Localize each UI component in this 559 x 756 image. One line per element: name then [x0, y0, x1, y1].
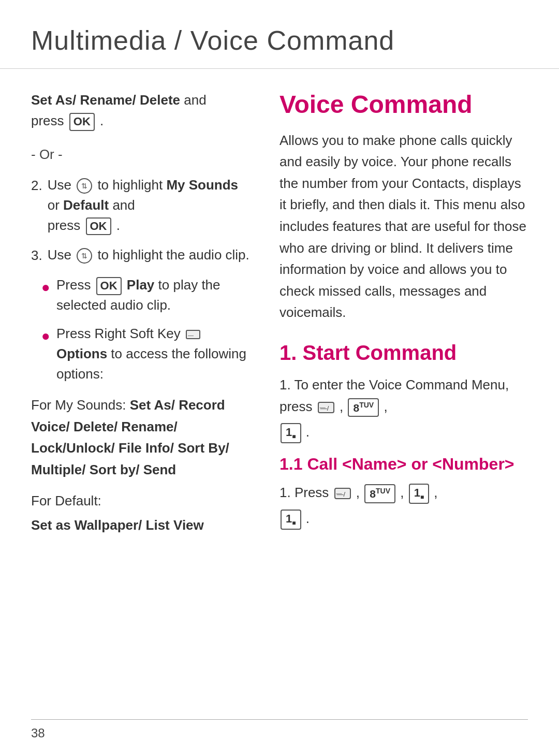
- my-sounds-label: My Sounds: [166, 177, 238, 193]
- options-label: Options: [56, 346, 107, 361]
- page-title: Multimedia / Voice Command: [31, 25, 528, 56]
- soft-key-icon: [186, 330, 200, 339]
- key-8tuv: 8TUV: [348, 398, 379, 417]
- page-number: 38: [31, 726, 45, 740]
- bullet-text-1: Press OK Play to play the selected audio…: [56, 275, 254, 315]
- step-2: 2. Use to highlight My Sounds or Default…: [31, 175, 254, 236]
- step2-num: 2.: [31, 175, 42, 236]
- bullet-text-2: Press Right Soft Key Options to access t…: [56, 324, 254, 384]
- nav-icon-1: [77, 178, 92, 194]
- subsection1-press: 1. Press: [280, 485, 329, 500]
- for-default-label: For Default:: [31, 493, 101, 508]
- step-3: 3. Use to highlight the audio clip.: [31, 245, 254, 266]
- for-default-section: For Default: Set as Wallpaper/ List View: [31, 490, 254, 536]
- start-command-content: 1. To enter the Voice Command Menu, pres…: [280, 374, 528, 443]
- page-header: Multimedia / Voice Command: [0, 0, 559, 69]
- nav-icon-2: [77, 248, 92, 264]
- set-as-block: Set As/ Rename/ Delete and press OK .: [31, 90, 254, 132]
- start-command-title: 1. Start Command: [280, 339, 528, 366]
- call-name-number-content: 1. Press —/ , 8TUV , 1■ , 1■ .: [280, 482, 528, 529]
- press-ok-label: press: [31, 113, 64, 128]
- for-my-sounds-section: For My Sounds: Set As/ Record Voice/ Del…: [31, 395, 254, 481]
- step2-text: Use to highlight My Sounds or Default an…: [48, 175, 254, 236]
- key-1-first: 1■: [281, 423, 301, 443]
- bullet-dot-2: ●: [41, 325, 50, 347]
- or-text: - Or -: [31, 147, 63, 162]
- content-wrapper: Set As/ Rename/ Delete and press OK . - …: [0, 69, 559, 561]
- voice-intro: Allows you to make phone calls quickly a…: [280, 130, 528, 324]
- set-as-suffix: and: [184, 92, 206, 108]
- default-label: Default: [63, 197, 109, 213]
- page-footer: 38: [31, 719, 528, 740]
- or-divider: - Or -: [31, 144, 254, 165]
- bullet-item-1: ● Press OK Play to play the selected aud…: [41, 275, 254, 315]
- key-1-third: 1■: [281, 510, 301, 530]
- bullet-item-2: ● Press Right Soft Key Options to access…: [41, 324, 254, 384]
- menu-key-icon: —/: [318, 402, 334, 413]
- ok-button-1: OK: [69, 113, 95, 131]
- ok-button-3: OK: [96, 277, 122, 295]
- ok-button-2: OK: [86, 217, 111, 236]
- step3-text: Use to highlight the audio clip.: [48, 245, 249, 266]
- key-8tuv-2: 8TUV: [364, 484, 395, 503]
- set-as-text: Set As/ Rename/ Delete: [31, 92, 180, 108]
- section1-intro: 1. To enter the Voice Command Menu, pres…: [280, 377, 509, 414]
- menu-key-icon-2: —/: [334, 488, 351, 499]
- for-default-text: Set as Wallpaper/ List View: [31, 517, 204, 533]
- for-my-sounds-label: For My Sounds:: [31, 397, 130, 413]
- key-1-second: 1■: [409, 484, 430, 504]
- bullet-dot-1: ●: [41, 276, 50, 298]
- call-name-number-title: 1.1 Call <Name> or <Number>: [280, 454, 528, 475]
- voice-command-title: Voice Command: [280, 90, 528, 120]
- play-label: Play: [127, 277, 155, 293]
- step3-num: 3.: [31, 245, 42, 266]
- right-column: Voice Command Allows you to make phone c…: [280, 90, 528, 540]
- bullet-list: ● Press OK Play to play the selected aud…: [41, 275, 254, 384]
- left-column: Set As/ Rename/ Delete and press OK . - …: [31, 90, 254, 540]
